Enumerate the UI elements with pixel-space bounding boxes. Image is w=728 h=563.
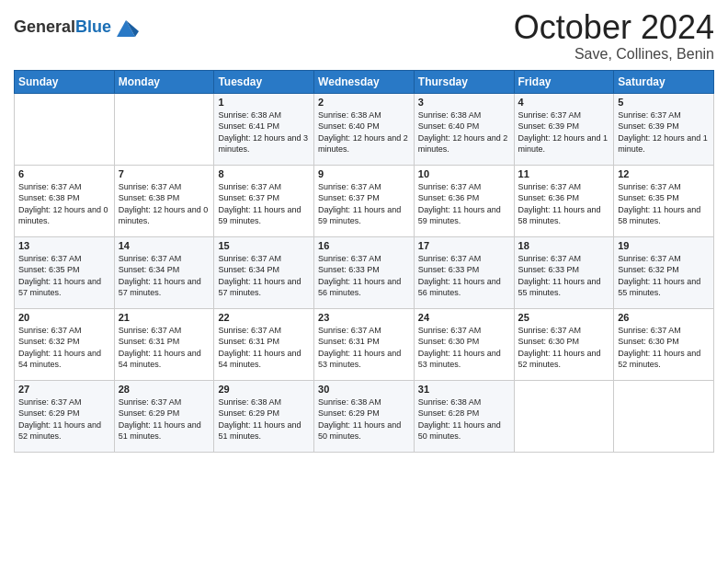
sunrise-text: Sunrise: 6:37 AM [218, 253, 310, 265]
header-friday: Friday [514, 70, 614, 93]
daylight-text: Daylight: 11 hours and 53 minutes. [418, 348, 510, 371]
logo-blue: Blue [75, 17, 111, 36]
sunset-text: Sunset: 6:40 PM [418, 121, 510, 132]
day-number: 24 [418, 312, 510, 323]
table-row: 12Sunrise: 6:37 AMSunset: 6:35 PMDayligh… [614, 165, 714, 236]
day-number: 4 [518, 97, 610, 108]
table-row: 21Sunrise: 6:37 AMSunset: 6:31 PMDayligh… [114, 308, 214, 380]
sunrise-text: Sunrise: 6:37 AM [218, 325, 310, 337]
table-row: 28Sunrise: 6:37 AMSunset: 6:29 PMDayligh… [114, 380, 214, 452]
day-number: 10 [418, 168, 510, 179]
calendar-week-row: 13Sunrise: 6:37 AMSunset: 6:35 PMDayligh… [15, 236, 714, 308]
header-thursday: Thursday [414, 70, 514, 93]
table-row: 9Sunrise: 6:37 AMSunset: 6:37 PMDaylight… [314, 165, 415, 236]
sunrise-text: Sunrise: 6:37 AM [119, 181, 210, 193]
daylight-text: Daylight: 12 hours and 2 minutes. [318, 132, 410, 155]
sunrise-text: Sunrise: 6:37 AM [119, 396, 210, 408]
day-info: Sunrise: 6:37 AMSunset: 6:31 PMDaylight:… [119, 325, 210, 371]
header-tuesday: Tuesday [214, 70, 314, 93]
day-number: 5 [618, 97, 710, 108]
daylight-text: Daylight: 11 hours and 50 minutes. [318, 419, 410, 442]
calendar-week-row: 1Sunrise: 6:38 AMSunset: 6:41 PMDaylight… [15, 93, 714, 165]
table-row: 24Sunrise: 6:37 AMSunset: 6:30 PMDayligh… [414, 308, 514, 380]
day-number: 1 [218, 97, 310, 108]
day-number: 17 [418, 240, 510, 251]
day-number: 13 [18, 240, 110, 251]
day-info: Sunrise: 6:37 AMSunset: 6:39 PMDaylight:… [518, 109, 610, 155]
sunset-text: Sunset: 6:31 PM [119, 336, 210, 348]
daylight-text: Daylight: 11 hours and 59 minutes. [218, 204, 310, 227]
day-number: 2 [318, 97, 410, 108]
title-block: October 2024 Save, Collines, Benin [514, 9, 714, 63]
sunrise-text: Sunrise: 6:37 AM [518, 325, 610, 337]
table-row: 20Sunrise: 6:37 AMSunset: 6:32 PMDayligh… [15, 308, 115, 380]
calendar-week-row: 6Sunrise: 6:37 AMSunset: 6:38 PMDaylight… [15, 165, 714, 236]
sunrise-text: Sunrise: 6:37 AM [318, 253, 410, 265]
sunset-text: Sunset: 6:38 PM [119, 192, 210, 204]
sunrise-text: Sunrise: 6:38 AM [318, 109, 410, 121]
calendar-header-row: Sunday Monday Tuesday Wednesday Thursday… [15, 70, 714, 93]
sunset-text: Sunset: 6:33 PM [418, 264, 510, 276]
month-year-title: October 2024 [514, 9, 714, 46]
daylight-text: Daylight: 11 hours and 52 minutes. [618, 348, 710, 371]
location-subtitle: Save, Collines, Benin [514, 46, 714, 63]
daylight-text: Daylight: 12 hours and 0 minutes. [119, 204, 210, 227]
header-sunday: Sunday [15, 70, 115, 93]
sunset-text: Sunset: 6:36 PM [418, 192, 510, 204]
daylight-text: Daylight: 11 hours and 53 minutes. [318, 348, 410, 371]
daylight-text: Daylight: 12 hours and 2 minutes. [418, 132, 510, 155]
table-row: 31Sunrise: 6:38 AMSunset: 6:28 PMDayligh… [414, 380, 514, 452]
sunrise-text: Sunrise: 6:38 AM [418, 396, 510, 408]
day-number: 23 [318, 312, 410, 323]
sunset-text: Sunset: 6:37 PM [318, 192, 410, 204]
day-number: 12 [618, 168, 710, 179]
day-number: 3 [418, 97, 510, 108]
sunset-text: Sunset: 6:34 PM [119, 264, 210, 276]
day-number: 27 [18, 384, 110, 395]
sunrise-text: Sunrise: 6:38 AM [318, 396, 410, 408]
day-info: Sunrise: 6:37 AMSunset: 6:34 PMDaylight:… [119, 253, 210, 299]
daylight-text: Daylight: 11 hours and 57 minutes. [119, 276, 210, 299]
day-number: 9 [318, 168, 410, 179]
page-header: GeneralBlue October 2024 Save, Collines,… [14, 9, 714, 63]
table-row: 10Sunrise: 6:37 AMSunset: 6:36 PMDayligh… [414, 165, 514, 236]
sunrise-text: Sunrise: 6:37 AM [518, 109, 610, 121]
day-number: 6 [18, 168, 110, 179]
sunrise-text: Sunrise: 6:37 AM [218, 181, 310, 193]
sunrise-text: Sunrise: 6:37 AM [18, 253, 110, 265]
day-number: 21 [119, 312, 210, 323]
day-info: Sunrise: 6:37 AMSunset: 6:38 PMDaylight:… [18, 181, 110, 227]
sunrise-text: Sunrise: 6:37 AM [418, 325, 510, 337]
daylight-text: Daylight: 12 hours and 1 minute. [618, 132, 710, 155]
day-info: Sunrise: 6:37 AMSunset: 6:31 PMDaylight:… [218, 325, 310, 371]
sunset-text: Sunset: 6:33 PM [318, 264, 410, 276]
day-number: 11 [518, 168, 610, 179]
table-row: 25Sunrise: 6:37 AMSunset: 6:30 PMDayligh… [514, 308, 614, 380]
sunset-text: Sunset: 6:28 PM [418, 408, 510, 419]
daylight-text: Daylight: 11 hours and 55 minutes. [618, 276, 710, 299]
sunset-text: Sunset: 6:37 PM [218, 192, 310, 204]
logo: GeneralBlue [14, 15, 139, 40]
sunrise-text: Sunrise: 6:37 AM [518, 253, 610, 265]
daylight-text: Daylight: 12 hours and 0 minutes. [18, 204, 110, 227]
day-number: 26 [618, 312, 710, 323]
day-info: Sunrise: 6:37 AMSunset: 6:29 PMDaylight:… [18, 396, 110, 442]
day-info: Sunrise: 6:38 AMSunset: 6:40 PMDaylight:… [318, 109, 410, 155]
table-row: 26Sunrise: 6:37 AMSunset: 6:30 PMDayligh… [614, 308, 714, 380]
day-number: 29 [218, 384, 310, 395]
daylight-text: Daylight: 11 hours and 54 minutes. [18, 348, 110, 371]
header-saturday: Saturday [614, 70, 714, 93]
table-row [614, 380, 714, 452]
table-row: 23Sunrise: 6:37 AMSunset: 6:31 PMDayligh… [314, 308, 415, 380]
day-info: Sunrise: 6:37 AMSunset: 6:29 PMDaylight:… [119, 396, 210, 442]
day-info: Sunrise: 6:38 AMSunset: 6:28 PMDaylight:… [418, 396, 510, 442]
sunset-text: Sunset: 6:35 PM [618, 192, 710, 204]
table-row [15, 93, 115, 165]
daylight-text: Daylight: 12 hours and 3 minutes. [218, 132, 310, 155]
sunset-text: Sunset: 6:38 PM [18, 192, 110, 204]
daylight-text: Daylight: 11 hours and 54 minutes. [119, 348, 210, 371]
sunrise-text: Sunrise: 6:37 AM [518, 181, 610, 193]
sunrise-text: Sunrise: 6:37 AM [119, 253, 210, 265]
day-number: 28 [119, 384, 210, 395]
daylight-text: Daylight: 11 hours and 50 minutes. [418, 419, 510, 442]
